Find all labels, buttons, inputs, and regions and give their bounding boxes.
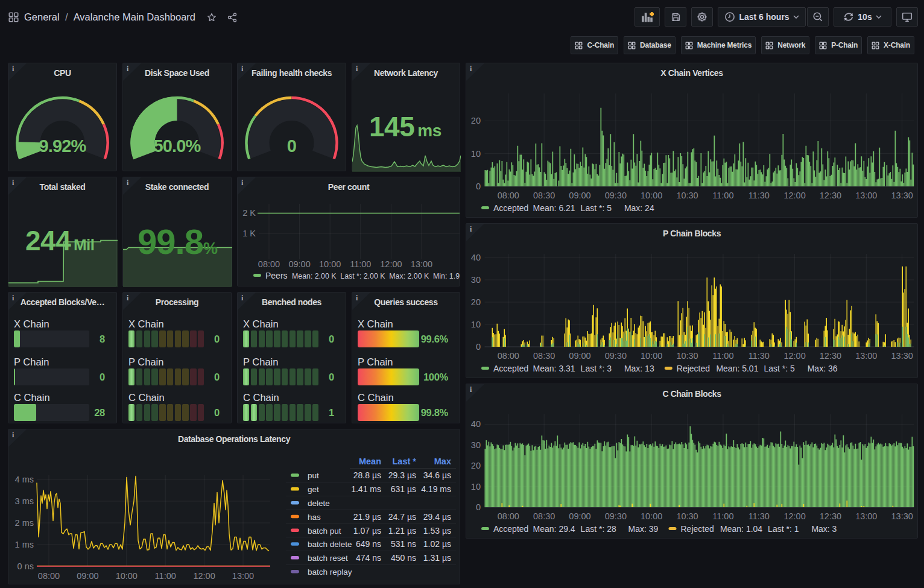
svg-text:11:30: 11:30 xyxy=(748,511,770,521)
svg-text:13:30: 13:30 xyxy=(891,511,913,521)
svg-text:12:00: 12:00 xyxy=(783,191,805,200)
svg-text:13:00: 13:00 xyxy=(855,511,877,521)
svg-text:20: 20 xyxy=(471,461,481,470)
svg-text:08:30: 08:30 xyxy=(533,351,555,361)
svg-text:12:00: 12:00 xyxy=(783,351,805,361)
svg-text:Last *: Last * xyxy=(393,457,417,466)
svg-text:10:00: 10:00 xyxy=(641,511,662,521)
svg-text:09:30: 09:30 xyxy=(605,351,627,361)
svg-text:09:30: 09:30 xyxy=(605,511,627,521)
svg-text:Rejected: Rejected xyxy=(681,524,714,534)
svg-text:Last *: 28: Last *: 28 xyxy=(581,524,616,534)
svg-text:08:00: 08:00 xyxy=(498,511,519,521)
svg-text:Peers: Peers xyxy=(265,271,288,280)
svg-text:1.31 µs: 1.31 µs xyxy=(423,553,451,563)
svg-text:08:30: 08:30 xyxy=(533,511,555,521)
svg-text:20: 20 xyxy=(471,116,481,125)
svg-text:12:00: 12:00 xyxy=(783,511,805,521)
svg-text:13:00: 13:00 xyxy=(855,191,877,200)
svg-text:08:00: 08:00 xyxy=(38,571,60,581)
svg-text:12:00: 12:00 xyxy=(380,259,402,269)
svg-text:4 ms: 4 ms xyxy=(15,475,34,484)
svg-text:10: 10 xyxy=(471,320,481,329)
svg-text:21.9 µs: 21.9 µs xyxy=(353,512,381,522)
svg-text:Mean: 5.01: Mean: 5.01 xyxy=(716,364,758,373)
svg-text:11:30: 11:30 xyxy=(748,191,770,200)
svg-text:Mean: 3.31: Mean: 3.31 xyxy=(533,364,575,373)
svg-text:Mean: 1.04: Mean: 1.04 xyxy=(720,524,762,534)
svg-text:13:30: 13:30 xyxy=(891,351,913,361)
svg-text:batch reset: batch reset xyxy=(308,554,348,563)
svg-text:50.0%: 50.0% xyxy=(153,136,201,156)
svg-text:40: 40 xyxy=(471,253,481,262)
svg-text:20: 20 xyxy=(471,297,481,307)
svg-text:0 ns: 0 ns xyxy=(17,561,34,571)
svg-text:1.07 µs: 1.07 µs xyxy=(353,526,381,536)
svg-text:531 ns: 531 ns xyxy=(391,539,416,549)
svg-text:13:30: 13:30 xyxy=(891,191,913,200)
svg-text:Mean: 2.00 K Last *: 2.00 K: Mean: 2.00 K Last *: 2.00 K Max: 2.00 K … xyxy=(292,271,460,280)
svg-text:Max: 36: Max: 36 xyxy=(808,364,838,373)
svg-text:Accepted: Accepted xyxy=(493,364,528,373)
svg-text:Rejected: Rejected xyxy=(677,364,710,373)
svg-text:11:00: 11:00 xyxy=(350,259,371,269)
svg-text:649 ns: 649 ns xyxy=(356,539,381,549)
svg-text:30: 30 xyxy=(471,440,481,450)
svg-text:10:00: 10:00 xyxy=(641,191,662,200)
svg-text:Last *: 3: Last *: 3 xyxy=(581,364,612,373)
svg-text:Accepted: Accepted xyxy=(493,203,528,213)
svg-text:0: 0 xyxy=(476,502,481,512)
svg-text:29.4 µs: 29.4 µs xyxy=(423,512,451,522)
svg-text:1.41 ms: 1.41 ms xyxy=(351,484,381,494)
svg-text:has: has xyxy=(308,513,321,522)
svg-text:09:00: 09:00 xyxy=(77,571,98,581)
svg-text:2 K: 2 K xyxy=(242,208,256,218)
svg-text:0: 0 xyxy=(476,182,481,191)
svg-text:0: 0 xyxy=(287,136,296,156)
svg-text:11:30: 11:30 xyxy=(748,351,770,361)
svg-text:09:00: 09:00 xyxy=(569,511,590,521)
svg-text:Max: 13: Max: 13 xyxy=(624,364,654,373)
svg-text:09:30: 09:30 xyxy=(605,191,627,200)
svg-text:11:00: 11:00 xyxy=(712,191,733,200)
svg-text:09:00: 09:00 xyxy=(569,191,590,200)
svg-text:10: 10 xyxy=(471,149,481,159)
svg-text:11:00: 11:00 xyxy=(712,511,733,521)
svg-text:1 ms: 1 ms xyxy=(15,540,34,549)
svg-text:08:00: 08:00 xyxy=(498,351,519,361)
svg-text:11:00: 11:00 xyxy=(155,571,176,581)
svg-text:28.8 µs: 28.8 µs xyxy=(353,470,381,480)
svg-text:24.7 µs: 24.7 µs xyxy=(388,512,416,522)
svg-text:10:30: 10:30 xyxy=(676,511,698,521)
svg-text:put: put xyxy=(308,471,319,480)
svg-text:10:30: 10:30 xyxy=(676,351,698,361)
svg-text:Mean: 29.4: Mean: 29.4 xyxy=(533,524,575,534)
svg-text:631 µs: 631 µs xyxy=(391,484,416,494)
svg-text:4.19 ms: 4.19 ms xyxy=(421,484,451,494)
svg-text:09:00: 09:00 xyxy=(569,351,590,361)
svg-text:10:00: 10:00 xyxy=(319,259,341,269)
svg-text:1.02 µs: 1.02 µs xyxy=(423,539,451,549)
svg-text:12:30: 12:30 xyxy=(820,511,841,521)
svg-text:12:30: 12:30 xyxy=(820,351,841,361)
svg-text:10:00: 10:00 xyxy=(116,571,138,581)
svg-text:3 ms: 3 ms xyxy=(15,496,34,506)
svg-text:Max: 3: Max: 3 xyxy=(811,524,837,534)
svg-text:get: get xyxy=(308,485,319,494)
svg-text:12:30: 12:30 xyxy=(820,191,841,200)
svg-text:2 ms: 2 ms xyxy=(15,518,34,528)
svg-text:Max: 24: Max: 24 xyxy=(624,203,654,213)
svg-text:Last *: 1: Last *: 1 xyxy=(768,524,799,534)
svg-text:40: 40 xyxy=(471,419,481,429)
svg-text:9.92%: 9.92% xyxy=(39,136,86,156)
svg-text:11:00: 11:00 xyxy=(712,351,733,361)
svg-text:Accepted: Accepted xyxy=(493,524,528,534)
svg-text:08:00: 08:00 xyxy=(498,191,519,200)
svg-text:Mean: 6.21: Mean: 6.21 xyxy=(533,203,575,213)
svg-text:Max: Max xyxy=(434,457,451,466)
svg-text:29.3 µs: 29.3 µs xyxy=(388,470,416,480)
svg-text:13:00: 13:00 xyxy=(232,571,254,581)
svg-text:474 ns: 474 ns xyxy=(356,553,381,563)
svg-text:1.21 µs: 1.21 µs xyxy=(388,526,416,536)
svg-text:batch delete: batch delete xyxy=(308,540,352,549)
